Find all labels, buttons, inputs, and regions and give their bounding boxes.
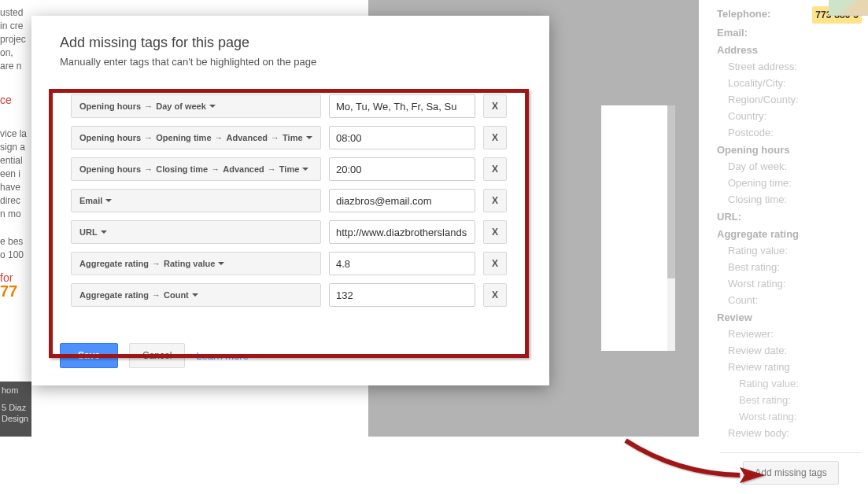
delete-row-button[interactable]: X bbox=[483, 220, 507, 244]
arrow-icon: → bbox=[141, 164, 156, 174]
tag-path-dropdown[interactable]: Email bbox=[71, 189, 321, 212]
telephone-label: Telephone: bbox=[717, 6, 770, 24]
tag-row: Aggregate rating→Rating valueX bbox=[71, 252, 510, 275]
arrow-icon: → bbox=[212, 133, 227, 142]
background-left-fragment: usted in cre projec on, are n ce vice la… bbox=[0, 0, 31, 393]
tag-path-dropdown[interactable]: Opening hours→Opening time→Advanced→Time bbox=[71, 126, 321, 149]
tag-value-input[interactable] bbox=[329, 126, 475, 149]
tag-path-dropdown[interactable]: Aggregate rating→Rating value bbox=[71, 252, 321, 275]
tag-path-dropdown[interactable]: Opening hours→Day of week bbox=[71, 94, 321, 118]
delete-row-button[interactable]: X bbox=[483, 157, 507, 181]
tag-value-input[interactable] bbox=[329, 94, 475, 118]
caret-down-icon bbox=[302, 168, 308, 171]
caret-down-icon bbox=[105, 199, 112, 202]
arrow-icon: → bbox=[141, 101, 156, 111]
arrow-icon: → bbox=[264, 164, 279, 174]
arrow-icon: → bbox=[149, 290, 164, 300]
tag-value-input[interactable] bbox=[329, 220, 475, 244]
caret-down-icon bbox=[218, 262, 224, 265]
add-missing-tags-modal: Add missing tags for this page Manually … bbox=[31, 16, 549, 385]
delete-row-button[interactable]: X bbox=[483, 189, 507, 212]
tag-value-input[interactable] bbox=[329, 189, 475, 212]
add-missing-tags-button[interactable]: Add missing tags bbox=[743, 461, 838, 485]
arrow-icon: → bbox=[208, 164, 223, 174]
caret-down-icon bbox=[306, 136, 312, 139]
tag-row: Opening hours→Day of weekX bbox=[71, 94, 510, 118]
review-label: Review bbox=[717, 310, 862, 326]
url-label: URL: bbox=[717, 209, 862, 225]
cancel-button[interactable]: Cancel bbox=[129, 343, 185, 368]
delete-row-button[interactable]: X bbox=[483, 283, 507, 307]
opening-hours-label: Opening hours bbox=[717, 142, 862, 158]
caret-down-icon bbox=[101, 230, 107, 234]
tag-path-dropdown[interactable]: Opening hours→Closing time→Advanced→Time bbox=[71, 157, 321, 181]
delete-row-button[interactable]: X bbox=[483, 94, 507, 118]
tag-path-dropdown[interactable]: URL bbox=[71, 220, 321, 244]
save-button[interactable]: Save bbox=[60, 343, 118, 368]
caret-down-icon bbox=[209, 105, 216, 108]
tag-value-input[interactable] bbox=[329, 283, 475, 307]
modal-title: Add missing tags for this page bbox=[60, 35, 521, 51]
tag-row: URLX bbox=[71, 220, 510, 244]
tags-sidebar: Telephone: 773-880-5 Email: Address Stre… bbox=[711, 0, 868, 494]
tags-rows-container: Opening hours→Day of weekXOpening hours→… bbox=[60, 82, 521, 329]
delete-row-button[interactable]: X bbox=[483, 126, 507, 149]
map-thumbnail bbox=[829, 0, 868, 16]
tag-row: Aggregate rating→CountX bbox=[71, 283, 510, 307]
arrow-icon: → bbox=[141, 133, 156, 142]
background-footer-fragment: hom 5 Diaz Design bbox=[0, 382, 31, 437]
tag-row: Opening hours→Closing time→Advanced→Time… bbox=[71, 157, 510, 181]
address-label: Address bbox=[717, 42, 862, 58]
aggregate-rating-label: Aggregate rating bbox=[717, 227, 862, 242]
tag-row: Opening hours→Opening time→Advanced→Time… bbox=[71, 126, 510, 149]
tag-value-input[interactable] bbox=[329, 252, 475, 275]
tag-row: EmailX bbox=[71, 189, 510, 212]
caret-down-icon bbox=[192, 293, 198, 297]
email-label: Email: bbox=[717, 25, 862, 41]
modal-subtitle: Manually enter tags that can't be highli… bbox=[60, 56, 521, 68]
learn-more-link[interactable]: Learn more bbox=[196, 350, 248, 362]
arrow-icon: → bbox=[149, 259, 164, 268]
arrow-icon: → bbox=[268, 133, 283, 142]
delete-row-button[interactable]: X bbox=[483, 252, 507, 275]
tag-path-dropdown[interactable]: Aggregate rating→Count bbox=[71, 283, 321, 307]
scrollbar[interactable] bbox=[667, 105, 675, 351]
tag-value-input[interactable] bbox=[329, 157, 475, 181]
